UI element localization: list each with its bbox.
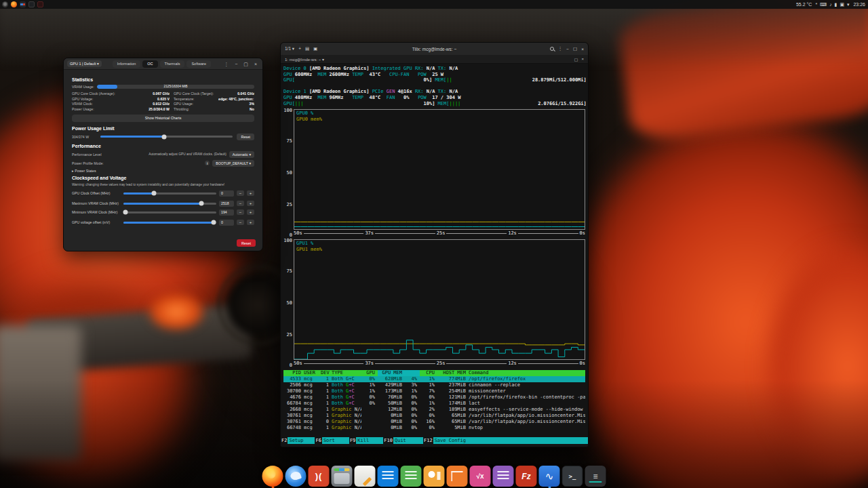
audio-icon[interactable]: ♪: [829, 2, 834, 7]
menu-dots-icon[interactable]: ⋮: [222, 62, 231, 66]
profile-icon[interactable]: ▣: [313, 46, 317, 52]
power-profile-dropdown[interactable]: BOOTUP_DEFAULT ▾: [212, 160, 254, 167]
fkey-label[interactable]: F6: [315, 437, 321, 444]
dock-item-libreoffice-base[interactable]: [493, 466, 514, 487]
column-header[interactable]: GPU: [361, 370, 378, 376]
power-states-expander[interactable]: ▸ Power States: [72, 169, 254, 173]
fkey-action[interactable]: Setup: [288, 437, 315, 444]
dock-item-terminal[interactable]: >_: [562, 466, 583, 487]
decrement-button[interactable]: −: [237, 220, 244, 225]
statistics-heading: Statistics: [72, 77, 254, 82]
increment-button[interactable]: +: [247, 209, 254, 215]
decrement-button[interactable]: −: [237, 209, 244, 215]
decrement-button[interactable]: −: [237, 190, 244, 196]
keyboard-icon[interactable]: ⌨: [820, 2, 829, 7]
cpu-temp-applet[interactable]: 55.2 °C: [796, 2, 812, 7]
increment-button[interactable]: +: [247, 220, 254, 225]
lact-titlebar: GPU 1 | Default ▾ InformationOCThermalsS…: [64, 58, 262, 70]
decrement-button[interactable]: −: [237, 201, 244, 206]
increment-button[interactable]: +: [247, 201, 254, 206]
fkey-action[interactable]: Quit: [393, 437, 423, 444]
column-header[interactable]: GPU MEM: [378, 370, 405, 376]
new-terminal-button[interactable]: +: [298, 46, 301, 52]
network-icon[interactable]: ▾: [847, 2, 850, 7]
column-header[interactable]: DEV: [321, 370, 332, 376]
dock-item-text-editor[interactable]: [355, 466, 376, 487]
slider-value-input[interactable]: 2518: [219, 201, 234, 207]
firefox-icon[interactable]: [11, 1, 17, 7]
dock-item-file-manager[interactable]: [332, 466, 353, 487]
fkey-label[interactable]: F12: [423, 437, 433, 444]
nvtop-icon[interactable]: [37, 1, 43, 7]
fkey-label[interactable]: F10: [383, 437, 393, 444]
fkey-action[interactable]: Save Config: [433, 437, 588, 444]
fkey-action[interactable]: Sort: [322, 437, 349, 444]
increment-button[interactable]: +: [247, 190, 254, 196]
clock-applet[interactable]: 23:26: [853, 2, 865, 7]
dock-item-filezilla[interactable]: Fz: [516, 466, 537, 487]
search-icon[interactable]: [550, 47, 554, 51]
column-header[interactable]: PID: [283, 370, 304, 376]
maximize-button[interactable]: ▢: [573, 46, 577, 52]
performance-level-dropdown[interactable]: Automatic ▾: [229, 151, 254, 158]
chevron-down-icon: ▾: [322, 58, 324, 62]
gpu-selector-dropdown[interactable]: GPU 1 | Default ▾: [67, 60, 102, 67]
column-header[interactable]: [405, 370, 420, 376]
fkey-label[interactable]: F2: [281, 437, 288, 444]
session-pager[interactable]: 1/1 ▾: [285, 46, 294, 52]
lact-tabs: InformationOCThermalsSoftware: [113, 60, 211, 68]
gpu0-chart: 1007550250 GPU0 %GPU0 mem% 50s37s25s12s0…: [283, 109, 585, 237]
dock-item-mission-center[interactable]: ∿: [539, 466, 560, 487]
column-header[interactable]: CPU: [420, 370, 437, 376]
dock-item-libreoffice-writer[interactable]: [378, 466, 399, 487]
tab-thermals[interactable]: Thermals: [160, 60, 185, 68]
split-pane-icon[interactable]: ▤: [305, 46, 309, 52]
dock-item-thunderbird[interactable]: [285, 466, 307, 487]
dock-item-libreoffice-calc[interactable]: [401, 466, 422, 487]
tab-software[interactable]: Software: [186, 60, 211, 68]
clockspeed-sliders: GPU Clock Offset (MHz)0−+Maximum VRAM Cl…: [72, 190, 254, 226]
dock-item-firefox[interactable]: [262, 466, 283, 487]
power-limit-value: 304/374 W: [72, 135, 96, 139]
info-icon[interactable]: i: [205, 161, 210, 165]
fkey-action[interactable]: Kill: [356, 437, 383, 444]
slider-track[interactable]: [123, 222, 216, 224]
mission-center-icon[interactable]: [20, 1, 26, 7]
dock-item-libreoffice-draw[interactable]: [447, 466, 468, 487]
dock-item-tweaks[interactable]: ≡: [585, 466, 606, 487]
terminal-tab[interactable]: 1: mcg@lmde-ws: ~ ▾: [285, 57, 324, 62]
slider-track[interactable]: [123, 211, 216, 214]
slider-track[interactable]: [123, 192, 216, 195]
power-limit-slider[interactable]: [100, 136, 233, 138]
dock-item-red-arcs-app[interactable]: )(: [309, 466, 330, 487]
menu-icon[interactable]: [2, 1, 8, 7]
menu-dots-icon[interactable]: ⋮: [558, 46, 563, 52]
close-button[interactable]: ×: [581, 47, 584, 52]
clockspeed-reset-button[interactable]: Reset: [237, 239, 256, 247]
tab-oc[interactable]: OC: [142, 60, 157, 68]
column-header[interactable]: HOST MEM: [437, 370, 469, 376]
maximize-button[interactable]: ▢: [241, 62, 250, 66]
slider-value-input[interactable]: 0: [219, 190, 234, 197]
gpu1-chart: 1007550250 GPU1 %GPU1 mem% 50s37s25s12s0…: [283, 239, 585, 367]
power-limit-reset-button[interactable]: Reset: [237, 134, 254, 140]
column-header[interactable]: TYPE: [332, 370, 361, 376]
dock-item-libreoffice-impress[interactable]: [424, 466, 445, 487]
column-header[interactable]: USER: [304, 370, 321, 376]
tab-information[interactable]: Information: [113, 60, 141, 68]
vram-usage-value: 2125/16304 MiB: [97, 85, 254, 89]
display-icon[interactable]: ▣: [840, 2, 847, 7]
dock-item-libreoffice-math[interactable]: √x: [470, 466, 491, 487]
minimize-button[interactable]: −: [233, 62, 239, 66]
show-historical-charts-button[interactable]: Show Historical Charts: [72, 115, 254, 122]
close-button[interactable]: ×: [252, 62, 259, 66]
slider-value-input[interactable]: 0: [219, 220, 234, 226]
fkey-label[interactable]: F9: [349, 437, 356, 444]
slider-track[interactable]: [123, 203, 216, 205]
minimize-button[interactable]: −: [566, 47, 569, 52]
terminal-icon[interactable]: [28, 1, 35, 7]
column-header[interactable]: Command: [469, 370, 585, 376]
slider-value-input[interactable]: 194: [219, 209, 234, 216]
maximize-pane-icon[interactable]: ▢: [574, 57, 578, 62]
close-pane-icon[interactable]: ×: [581, 57, 584, 62]
